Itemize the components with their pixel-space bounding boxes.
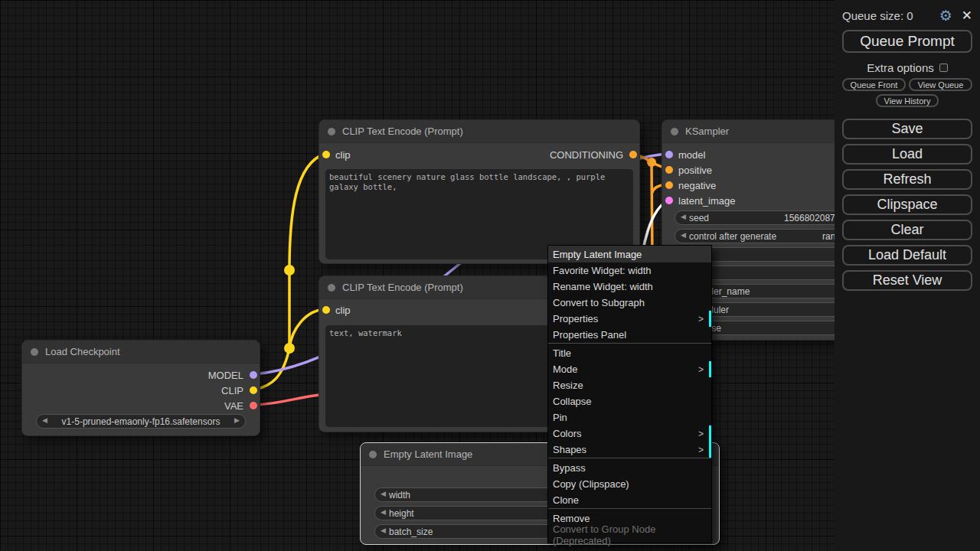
menu-item-bypass[interactable]: Bypass (548, 460, 711, 476)
input-slot-label: positive (678, 165, 712, 176)
extra-options-checkbox[interactable] (939, 64, 948, 72)
submenu-highlight-bar (709, 442, 711, 458)
menu-item-mode[interactable]: Mode> (548, 361, 711, 377)
input-slot-negative-icon[interactable] (665, 181, 673, 189)
menu-item-resize[interactable]: Resize (548, 377, 711, 393)
output-slot-vae-icon[interactable] (250, 402, 257, 409)
node-title: CLIP Text Encode (Prompt) (342, 126, 463, 137)
output-slot-label: MODEL (208, 370, 243, 381)
left-arrow-icon[interactable]: ◀ (681, 231, 686, 239)
output-slot-model-icon[interactable] (250, 371, 257, 379)
load-button[interactable]: Load (842, 144, 972, 165)
menu-item-properties[interactable]: Properties> (548, 311, 711, 327)
input-slot-positive-icon[interactable] (665, 166, 673, 174)
submenu-arrow-icon: > (698, 429, 704, 439)
submenu-arrow-icon: > (698, 314, 704, 324)
view-history-button[interactable]: View History (876, 94, 939, 107)
menu-item-colors[interactable]: Colors> (548, 425, 711, 442)
extra-options-label: Extra options (867, 61, 934, 74)
height-label: height (389, 508, 414, 519)
queue-size-label: Queue size: 0 (842, 9, 939, 22)
input-slot-label: latent_image (678, 195, 735, 207)
output-slot-label: CLIP (221, 385, 243, 396)
close-icon[interactable]: ✕ (962, 8, 972, 24)
left-arrow-icon[interactable]: ◀ (381, 508, 386, 516)
collapse-dot-icon[interactable] (369, 451, 377, 458)
left-arrow-icon[interactable]: ◀ (381, 527, 386, 534)
batch-size-label: batch_size (389, 527, 433, 537)
output-slot-label: VAE (224, 400, 243, 412)
menu-item-properties-panel[interactable]: Properties Panel (548, 327, 711, 343)
queue-front-button[interactable]: Queue Front (842, 78, 906, 91)
input-slot-model-icon[interactable] (665, 151, 673, 158)
reroute-dot-clip-upper[interactable] (284, 265, 295, 276)
ckpt-name-value: v1-5-pruned-emaonly-fp16.safetensors (52, 416, 230, 427)
output-slot-clip-icon[interactable] (250, 386, 257, 394)
input-slot-clip-icon[interactable] (322, 151, 330, 158)
refresh-button[interactable]: Refresh (842, 169, 972, 190)
right-arrow-icon[interactable]: ▶ (234, 416, 240, 424)
submenu-arrow-icon: > (698, 445, 704, 455)
node-load-checkpoint[interactable]: Load Checkpoint MODEL CLIP VAE ◀ v1-5-pr… (21, 340, 260, 436)
reset-view-button[interactable]: Reset View (842, 270, 972, 291)
left-arrow-icon[interactable]: ◀ (381, 490, 386, 497)
menu-item-copy-clipspace[interactable]: Copy (Clipspace) (548, 476, 711, 492)
input-slot-label: model (678, 149, 705, 161)
queue-panel: Queue size: 0 ⚙ ✕ Queue Prompt Extra opt… (835, 0, 980, 551)
settings-gear-icon[interactable]: ⚙ (939, 7, 952, 24)
menu-item-favorite-widget[interactable]: Favorite Widget: width (548, 262, 711, 279)
queue-prompt-button[interactable]: Queue Prompt (842, 30, 972, 53)
input-slot-latent-image-icon[interactable] (665, 197, 673, 204)
clipspace-button[interactable]: Clipspace (842, 194, 972, 215)
node-title: Empty Latent Image (384, 448, 472, 460)
context-menu-title: Empty Latent Image (548, 246, 711, 262)
menu-item-clone[interactable]: Clone (548, 492, 711, 508)
submenu-highlight-bar (709, 311, 711, 327)
input-slot-label: clip (335, 149, 351, 161)
menu-item-rename-widget[interactable]: Rename Widget: width (548, 279, 711, 295)
submenu-arrow-icon: > (698, 364, 704, 375)
collapse-dot-icon[interactable] (31, 348, 38, 356)
menu-item-shapes[interactable]: Shapes> (548, 442, 711, 458)
clear-button[interactable]: Clear (842, 220, 972, 240)
node-title-bar[interactable]: Load Checkpoint (22, 341, 260, 364)
node-clip-text-encode-1[interactable]: CLIP Text Encode (Prompt) clip CONDITION… (318, 119, 640, 264)
output-slot-conditioning-icon[interactable] (629, 151, 637, 158)
width-label: width (389, 490, 410, 500)
menu-item-convert-to-subgraph[interactable]: Convert to Subgraph (548, 295, 711, 311)
input-slot-label: clip (335, 305, 351, 316)
node-title: Load Checkpoint (45, 346, 120, 357)
input-slot-label: negative (678, 180, 716, 191)
node-title: KSampler (685, 126, 729, 137)
ckpt-name-combo-widget[interactable]: ◀ v1-5-pruned-emaonly-fp16.safetensors ▶ (36, 414, 246, 429)
collapse-dot-icon[interactable] (671, 128, 678, 135)
seed-value: 1566802087 (784, 213, 835, 223)
reroute-dot-conditioning[interactable] (647, 158, 656, 167)
input-slot-clip-icon[interactable] (322, 306, 330, 314)
submenu-highlight-bar (709, 425, 711, 442)
collapse-dot-icon[interactable] (328, 284, 335, 292)
node-context-menu: Empty Latent Image Favorite Widget: widt… (547, 245, 712, 543)
submenu-highlight-bar (709, 361, 711, 377)
menu-item-pin[interactable]: Pin (548, 409, 711, 425)
node-title: CLIP Text Encode (Prompt) (342, 282, 463, 293)
control-after-generate-label: control after generate (689, 231, 776, 242)
view-queue-button[interactable]: View Queue (909, 78, 972, 91)
reroute-dot-clip-lower[interactable] (284, 343, 295, 354)
left-arrow-icon[interactable]: ◀ (681, 213, 686, 220)
output-slot-label: CONDITIONING (550, 149, 623, 161)
menu-item-convert-to-group-node[interactable]: Convert to Group Node (Deprecated) (548, 527, 711, 543)
left-arrow-icon[interactable]: ◀ (42, 416, 47, 424)
seed-label: seed (689, 213, 709, 223)
menu-item-collapse[interactable]: Collapse (548, 393, 711, 409)
node-title-bar[interactable]: CLIP Text Encode (Prompt) (319, 120, 639, 143)
collapse-dot-icon[interactable] (328, 128, 335, 135)
menu-item-title[interactable]: Title (548, 345, 711, 361)
save-button[interactable]: Save (842, 119, 972, 139)
load-default-button[interactable]: Load Default (842, 245, 972, 266)
